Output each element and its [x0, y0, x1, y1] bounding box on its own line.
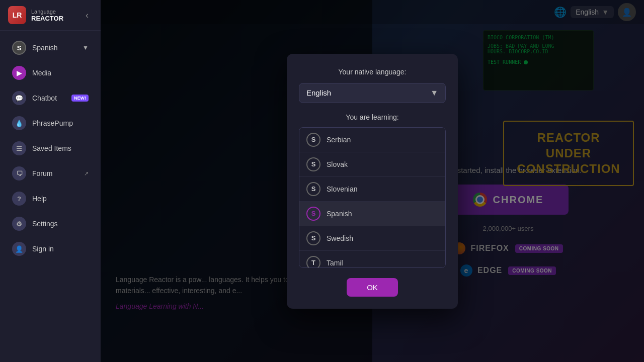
swedish-label: Swedish — [327, 234, 353, 242]
sidebar-item-label: Chatbot — [32, 94, 57, 102]
sidebar-item-label: Help — [32, 195, 47, 203]
external-link-icon: ↗ — [84, 170, 89, 177]
sidebar-item-label: Saved Items — [32, 144, 71, 152]
native-language-dropdown[interactable]: English ▼ — [299, 83, 446, 103]
slovak-label: Slovak — [327, 160, 348, 168]
list-item-tamil[interactable]: T Tamil — [299, 251, 445, 268]
sidebar-back-button[interactable]: ‹ — [82, 8, 93, 23]
modal-overlay: Your native language: English ▼ You are … — [101, 0, 644, 362]
help-icon: ? — [12, 192, 26, 206]
sidebar-item-forum[interactable]: 🗨 Forum ↗ — [4, 161, 97, 186]
sidebar: LR Language REACTOR ‹ S Spanish ▼ ▶ Medi… — [0, 0, 101, 362]
sidebar-item-label: PhrasePump — [32, 119, 73, 127]
list-item-slovak[interactable]: S Slovak — [299, 152, 445, 177]
chatbot-icon: 💬 — [12, 91, 26, 105]
sidebar-item-label: Media — [32, 69, 51, 77]
sidebar-item-help[interactable]: ? Help — [4, 187, 97, 211]
tamil-letter-icon: T — [306, 256, 320, 268]
forum-icon: 🗨 — [12, 166, 26, 180]
slovenian-label: Slovenian — [327, 185, 358, 193]
sidebar-item-spanish[interactable]: S Spanish ▼ — [4, 36, 97, 60]
spanish-letter-icon: S — [306, 207, 320, 221]
slovenian-letter-icon: S — [306, 182, 320, 196]
spanish-icon: S — [12, 41, 26, 55]
sidebar-item-saved[interactable]: ☰ Saved Items — [4, 136, 97, 160]
native-language-value: English — [306, 88, 331, 97]
sidebar-item-label: Spanish — [32, 44, 58, 52]
new-badge: NEW! — [71, 95, 89, 102]
main-content: BIOCO CORPORATION (TM) JOBS: BAD PAY AND… — [101, 0, 644, 362]
sidebar-item-signin[interactable]: 👤 Sign in — [4, 237, 97, 261]
list-item-spanish[interactable]: S Spanish — [299, 202, 445, 226]
sidebar-item-phrasepump[interactable]: 💧 PhrasePump — [4, 111, 97, 135]
list-item-swedish[interactable]: S Swedish — [299, 226, 445, 251]
sidebar-item-chatbot[interactable]: 💬 Chatbot NEW! — [4, 86, 97, 110]
settings-icon: ⚙ — [12, 217, 26, 231]
list-item-serbian[interactable]: S Serbian — [299, 128, 445, 152]
language-list: S Serbian S Slovak S Slovenian S Spanish… — [299, 127, 446, 268]
serbian-label: Serbian — [327, 136, 351, 144]
serbian-letter-icon: S — [306, 133, 320, 147]
app-name-top: Language — [31, 9, 63, 15]
sidebar-item-media[interactable]: ▶ Media — [4, 61, 97, 85]
swedish-letter-icon: S — [306, 231, 320, 245]
phrasepump-icon: 💧 — [12, 116, 26, 130]
spanish-lang-label: Spanish — [327, 210, 352, 218]
language-modal: Your native language: English ▼ You are … — [287, 54, 458, 309]
slovak-letter-icon: S — [306, 157, 320, 171]
learning-language-label: You are learning: — [299, 113, 446, 121]
signin-icon: 👤 — [12, 242, 26, 256]
ok-button[interactable]: OK — [347, 278, 398, 297]
app-name-bottom: REACTOR — [31, 15, 63, 22]
list-item-slovenian[interactable]: S Slovenian — [299, 177, 445, 202]
sidebar-item-settings[interactable]: ⚙ Settings — [4, 212, 97, 236]
sidebar-nav: S Spanish ▼ ▶ Media 💬 Chatbot NEW! 💧 Phr… — [0, 31, 101, 362]
native-language-label: Your native language: — [299, 68, 446, 76]
app-name: Language REACTOR — [31, 9, 63, 22]
sidebar-item-label: Sign in — [32, 245, 54, 253]
app-logo: LR — [8, 6, 26, 24]
tamil-label: Tamil — [327, 259, 343, 267]
sidebar-header: LR Language REACTOR ‹ — [0, 0, 101, 31]
dropdown-arrow-icon: ▼ — [430, 88, 438, 98]
media-icon: ▶ — [12, 66, 26, 80]
saved-icon: ☰ — [12, 141, 26, 155]
sidebar-item-label: Settings — [32, 220, 58, 228]
sidebar-item-label: Forum — [32, 169, 52, 177]
